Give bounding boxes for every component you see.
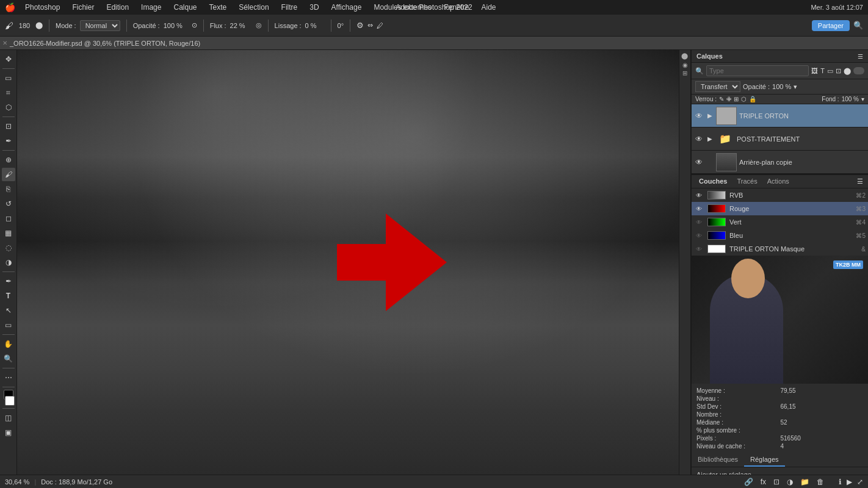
screen-mode-tool[interactable]: ▣ — [2, 426, 15, 439]
filter-icon-3[interactable]: ▭ — [827, 67, 833, 75]
extras-tool[interactable]: ⋯ — [2, 371, 15, 384]
brush-tool-icon[interactable]: 🖌 — [5, 21, 13, 30]
lock-position-icon[interactable]: ✙ — [726, 96, 731, 102]
layer-expand-post[interactable]: ▶ — [706, 135, 714, 142]
status-adj-icon[interactable]: ◑ — [787, 478, 793, 486]
search-icon[interactable]: 🔍 — [853, 21, 863, 30]
collapse-icon[interactable]: ☰ — [858, 53, 863, 60]
menu-photoshop[interactable]: Photoshop — [23, 3, 62, 12]
menu-edition[interactable]: Edition — [104, 3, 131, 12]
share-button[interactable]: Partager — [812, 20, 850, 31]
lock-padlock-icon[interactable]: 🔒 — [749, 96, 756, 102]
history-brush-tool[interactable]: ↺ — [2, 197, 15, 210]
menu-texte[interactable]: Texte — [207, 3, 230, 12]
lasso-tool[interactable]: ⌗ — [2, 86, 15, 99]
channel-row-masque[interactable]: 👁 TRIPLE ORTON Masque & — [692, 242, 868, 256]
tab-actions[interactable]: Actions — [762, 175, 794, 188]
opacity-value[interactable]: 100 % — [164, 22, 188, 29]
symmetry-icon[interactable]: ⇔ — [367, 21, 373, 29]
brush-tool[interactable]: 🖌 — [2, 168, 15, 181]
layer-visibility-triple-orton[interactable]: 👁 — [694, 112, 704, 120]
pressure-icon[interactable]: 🖊 — [377, 22, 383, 29]
search-filter-icon[interactable]: 🔍 — [695, 67, 704, 75]
status-mask-icon[interactable]: ⊡ — [773, 478, 779, 486]
path-select-tool[interactable]: ↖ — [2, 304, 15, 317]
tab-label[interactable]: _ORO1626-Modifier.psd @ 30,6% (TRIPLE OR… — [10, 40, 200, 47]
zoom-tool[interactable]: 🔍 — [2, 352, 15, 365]
tab-close-icon[interactable]: ✕ — [2, 40, 7, 46]
dodge-tool[interactable]: ◑ — [2, 256, 15, 269]
settings-icon[interactable]: ⚙ — [356, 21, 364, 30]
pen-tool[interactable]: ✒ — [2, 274, 15, 288]
channel-row-rvb[interactable]: 👁 RVB ⌘2 — [692, 188, 868, 202]
layer-expand-triple-orton[interactable]: ▶ — [706, 112, 714, 119]
menu-3d[interactable]: 3D — [307, 3, 321, 12]
status-info-icon[interactable]: ℹ — [839, 478, 842, 486]
flux-value[interactable]: 22 % — [230, 22, 252, 29]
menu-calque[interactable]: Calque — [171, 3, 199, 12]
gradient-tool[interactable]: ▦ — [2, 226, 15, 240]
menu-aide[interactable]: Aide — [479, 3, 498, 12]
brush-hardness-icon[interactable]: ⬤ — [35, 21, 43, 29]
panel-menu-icon[interactable]: ☰ — [855, 175, 866, 188]
crop-tool[interactable]: ⊡ — [2, 120, 15, 133]
eraser-tool[interactable]: ◻ — [2, 212, 15, 225]
side-icon-3[interactable]: ⊞ — [682, 71, 689, 76]
channel-row-vert[interactable]: 👁 Vert ⌘4 — [692, 215, 868, 229]
channel-row-rouge[interactable]: 👁 Rouge ⌘3 — [692, 202, 868, 215]
side-icon-1[interactable]: ⬤ — [682, 52, 689, 59]
flux-icon[interactable]: ◎ — [256, 21, 262, 29]
canvas-area[interactable] — [17, 50, 679, 475]
bib-tab-reglages[interactable]: Réglages — [744, 453, 784, 467]
filter-icon-4[interactable]: ⊡ — [836, 67, 841, 75]
lock-all-icon[interactable]: ⊞ — [734, 96, 739, 102]
blur-tool[interactable]: ◌ — [2, 241, 15, 254]
opacity-icon[interactable]: ⊙ — [192, 21, 197, 29]
background-color[interactable] — [5, 396, 15, 406]
lissage-value[interactable]: 0 % — [305, 22, 325, 29]
status-delete-icon[interactable]: 🗑 — [817, 478, 824, 486]
text-tool[interactable]: T — [2, 289, 15, 303]
filter-icon-5[interactable]: ⬤ — [844, 67, 851, 75]
move-tool[interactable]: ✥ — [2, 52, 15, 66]
channel-vis-rouge[interactable]: 👁 — [694, 206, 704, 212]
selection-tool[interactable]: ▭ — [2, 71, 15, 85]
channel-row-bleu[interactable]: 👁 Bleu ⌘5 — [692, 229, 868, 242]
eyedropper-tool[interactable]: ✒ — [2, 134, 15, 148]
menu-filtre[interactable]: Filtre — [279, 3, 300, 12]
clone-tool[interactable]: ⎘ — [2, 182, 15, 196]
quick-mask-tool[interactable]: ◫ — [2, 411, 15, 425]
layer-search-input[interactable] — [706, 65, 809, 76]
angle-value[interactable]: 0° — [338, 22, 344, 29]
layer-visibility-post[interactable]: 👁 — [694, 135, 704, 143]
lock-art-icon[interactable]: ⬡ — [741, 96, 747, 102]
filter-icon-2[interactable]: T — [820, 67, 825, 74]
lock-pixel-icon[interactable]: ✎ — [719, 96, 724, 102]
side-icon-2[interactable]: ◉ — [682, 62, 689, 68]
opacity-expand-icon[interactable]: ▾ — [794, 83, 797, 91]
menu-fichier[interactable]: Fichier — [70, 3, 96, 12]
menu-selection[interactable]: Sélection — [236, 3, 271, 12]
menu-image[interactable]: Image — [139, 3, 164, 12]
quick-select-tool[interactable]: ⬡ — [2, 101, 15, 114]
mode-select[interactable]: Normal — [80, 20, 120, 31]
tab-couches[interactable]: Couches — [694, 175, 732, 188]
filter-toggle[interactable] — [853, 67, 864, 74]
blend-mode-select[interactable]: Transfert — [695, 81, 740, 92]
fond-expand-icon[interactable]: ▾ — [861, 96, 864, 102]
layer-row-triple-orton[interactable]: 👁 ▶ TRIPLE ORTON — [692, 104, 868, 127]
shape-tool[interactable]: ▭ — [2, 318, 15, 332]
apple-menu[interactable]: 🍎 — [5, 2, 15, 12]
fond-value[interactable]: 100 % — [842, 96, 859, 102]
hand-tool[interactable]: ✋ — [2, 337, 15, 351]
tab-traces[interactable]: Tracés — [732, 175, 762, 188]
opacity-value[interactable]: 100 % — [772, 83, 791, 90]
layer-visibility-arriere[interactable]: 👁 — [694, 158, 704, 167]
menu-affichage[interactable]: Affichage — [329, 3, 364, 12]
status-link-icon[interactable]: 🔗 — [744, 478, 753, 486]
channel-vis-rvb[interactable]: 👁 — [694, 192, 704, 199]
bib-tab-bibliotheques[interactable]: Bibliothèques — [692, 453, 744, 467]
layer-row-post-traitement[interactable]: 👁 ▶ 📁 POST-TRAITEMENT — [692, 127, 868, 151]
status-expand-icon[interactable]: ⤢ — [857, 478, 863, 486]
layer-row-arriere-plan[interactable]: 👁 Arrière-plan copie — [692, 151, 868, 174]
